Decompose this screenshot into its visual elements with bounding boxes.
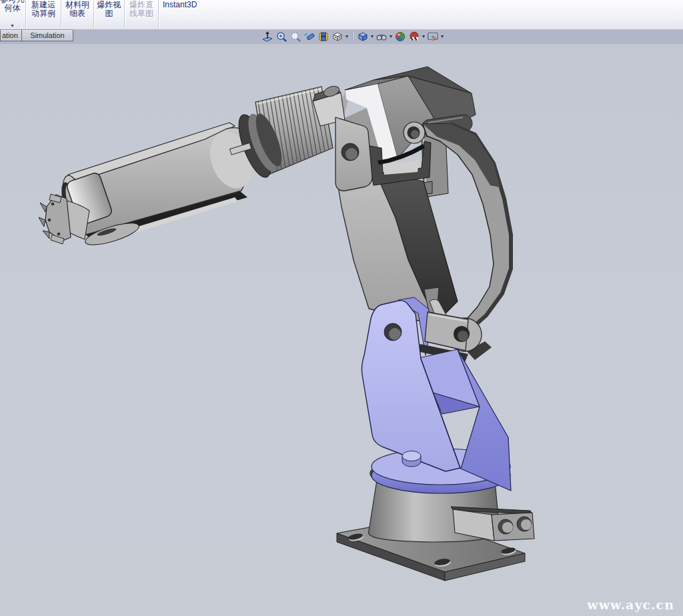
robot-arm-model[interactable] (0, 44, 683, 616)
explode-line-sketch-button[interactable]: 爆炸直 线草图 (125, 0, 157, 29)
locating-boss[interactable] (402, 451, 421, 467)
instant3d-button[interactable]: Instant3D (159, 0, 219, 29)
solidworks-window: 参考几 何体 ▾ 新建运 动算例 材料明 细表 爆炸视 图 (0, 0, 683, 616)
view-orientation-icon[interactable] (331, 31, 344, 43)
forearm-link[interactable] (56, 123, 260, 249)
zoom-in-icon[interactable] (275, 31, 287, 43)
button-label-line2: 图 (97, 9, 121, 18)
edit-appearance-icon[interactable] (408, 31, 420, 43)
toolbar-separator (124, 0, 125, 29)
chevron-down-icon[interactable]: ▾ (422, 31, 425, 43)
section-view-icon[interactable] (317, 31, 329, 43)
robot-gripper[interactable] (39, 194, 71, 244)
zoom-to-fit-icon[interactable] (261, 31, 273, 43)
view-toolbar: ▾ ▾ ▾ ▾ (261, 30, 444, 43)
chevron-down-icon[interactable]: ▾ (390, 31, 392, 43)
exploded-view-button[interactable]: 爆炸视 图 (95, 0, 123, 29)
rotate-view-icon[interactable] (303, 31, 315, 43)
button-label-line2: 动算例 (31, 9, 55, 18)
zoom-to-area-icon[interactable] (289, 31, 301, 43)
chevron-down-icon[interactable]: ▾ (441, 31, 444, 43)
toolbar-separator (25, 0, 26, 29)
chevron-down-icon[interactable]: ▾ (371, 31, 374, 43)
graphics-viewport[interactable]: www.ayc.cn (0, 44, 683, 616)
toolbar-separator (93, 0, 94, 29)
tab-label: ation (2, 31, 18, 39)
hide-show-items-icon[interactable] (376, 31, 388, 43)
site-watermark: www.ayc.cn (587, 597, 674, 612)
view-settings-icon[interactable] (427, 31, 439, 43)
tab-label: Simulation (30, 31, 64, 39)
command-manager-bar: 参考几 何体 ▾ 新建运 动算例 材料明 细表 爆炸视 图 (0, 0, 683, 30)
chevron-down-icon[interactable]: ▾ (346, 31, 348, 43)
button-label-line2: 线草图 (129, 9, 153, 18)
toolbar-separator (61, 0, 61, 29)
tab-animation[interactable]: ation (0, 29, 23, 41)
button-label-line2: 何体 (1, 4, 25, 13)
chevron-down-icon[interactable]: ▾ (11, 23, 13, 29)
display-style-icon[interactable] (357, 31, 369, 43)
tab-simulation[interactable]: Simulation (21, 29, 73, 41)
apply-scene-icon[interactable] (394, 31, 406, 43)
button-label-line1: Instant3D (163, 1, 197, 9)
button-label-line2: 细表 (65, 9, 89, 18)
new-motion-study-button[interactable]: 新建运 动算例 (27, 0, 60, 29)
reference-geometry-button[interactable]: 参考几 何体 ▾ (0, 0, 25, 29)
toolbar-separator (352, 31, 353, 42)
toolbar-separator (158, 0, 159, 29)
bill-of-materials-button[interactable]: 材料明 细表 (62, 0, 93, 29)
